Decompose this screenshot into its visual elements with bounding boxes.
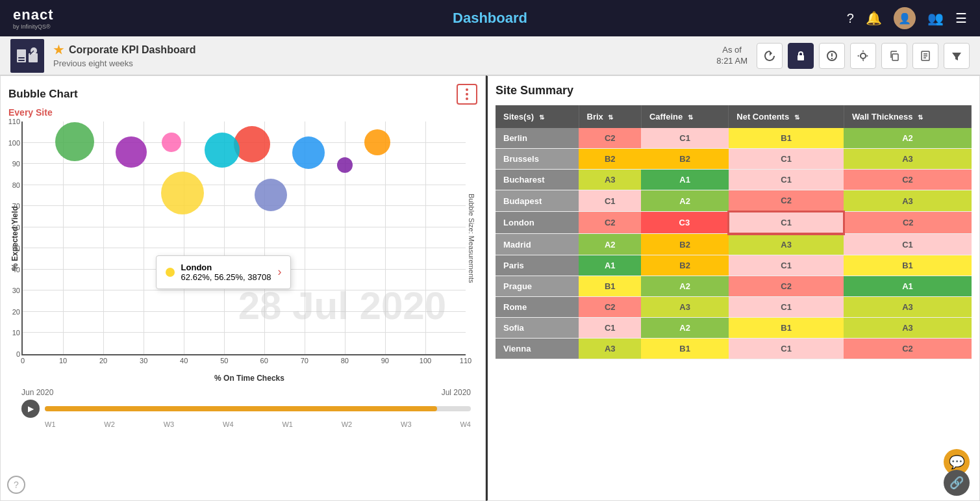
title-area: ★ Corporate KPI Dashboard Previous eight… bbox=[53, 43, 716, 68]
report-button[interactable] bbox=[912, 43, 938, 69]
caffeine-cell[interactable]: A1 bbox=[641, 170, 728, 190]
y-tick-90: 90 bbox=[12, 160, 20, 168]
bubble-tooltip[interactable]: London 62.62%, 56.25%, 38708 › bbox=[156, 255, 292, 289]
bubble-blue[interactable] bbox=[292, 136, 325, 169]
site-cell: London bbox=[496, 212, 579, 234]
caffeine-cell[interactable]: B1 bbox=[641, 339, 728, 359]
wallThickness-cell[interactable]: C2 bbox=[844, 170, 971, 190]
wallThickness-cell[interactable]: A3 bbox=[844, 318, 971, 339]
netContents-cell[interactable]: C1 bbox=[729, 149, 844, 170]
grid-v-80 bbox=[345, 122, 346, 354]
header-controls: As of 8:21 AM bbox=[716, 43, 970, 69]
netContents-cell[interactable]: C1 bbox=[729, 297, 844, 318]
help-icon[interactable]: ? bbox=[847, 11, 854, 26]
filter-button[interactable] bbox=[944, 43, 970, 69]
brix-cell[interactable]: C2 bbox=[579, 212, 641, 234]
caffeine-cell[interactable]: A2 bbox=[641, 190, 728, 212]
wallThickness-cell[interactable]: A2 bbox=[844, 128, 971, 149]
week-w2-jul: W2 bbox=[342, 420, 353, 428]
netContents-cell[interactable]: C1 bbox=[729, 339, 844, 359]
brix-cell[interactable]: A3 bbox=[579, 170, 641, 190]
avatar[interactable]: 👤 bbox=[894, 7, 916, 29]
wallThickness-cell[interactable]: A3 bbox=[844, 149, 971, 170]
caffeine-cell[interactable]: A2 bbox=[641, 276, 728, 297]
brix-cell[interactable]: B2 bbox=[579, 149, 641, 170]
netContents-cell[interactable]: C2 bbox=[729, 190, 844, 212]
table-row: RomeC2A3C1A3 bbox=[496, 297, 972, 318]
main-content: Bubble Chart Every Site % Expected Yield… bbox=[0, 75, 980, 501]
bubble-purple-small[interactable] bbox=[337, 157, 353, 173]
col-header-net-contents[interactable]: Net Contents ⇅ bbox=[729, 105, 844, 128]
brix-cell[interactable]: C2 bbox=[579, 297, 641, 318]
bubble-green-large[interactable] bbox=[55, 122, 94, 161]
svg-rect-4 bbox=[18, 60, 25, 61]
dashboard-title: ★ Corporate KPI Dashboard bbox=[53, 43, 716, 57]
x-tick-40: 40 bbox=[180, 357, 188, 365]
bubble-pink[interactable] bbox=[162, 133, 181, 152]
col-header-caffeine[interactable]: Caffeine ⇅ bbox=[641, 105, 728, 128]
alert-button[interactable] bbox=[819, 43, 845, 69]
brix-cell[interactable]: A2 bbox=[579, 234, 641, 255]
tooltip-arrow-icon[interactable]: › bbox=[277, 265, 281, 279]
notification-icon[interactable]: 🔔 bbox=[866, 10, 882, 26]
brix-cell[interactable]: C1 bbox=[579, 318, 641, 339]
caffeine-cell[interactable]: C1 bbox=[641, 128, 728, 149]
bubble-purple[interactable] bbox=[116, 136, 147, 168]
bubble-yellow-london[interactable] bbox=[161, 172, 204, 214]
wallThickness-cell[interactable]: A1 bbox=[844, 276, 971, 297]
caffeine-cell[interactable]: C3 bbox=[641, 212, 728, 234]
timeline-fill bbox=[45, 406, 437, 411]
caffeine-cell[interactable]: A3 bbox=[641, 297, 728, 318]
star-icon[interactable]: ★ bbox=[53, 43, 64, 57]
timeline-track[interactable] bbox=[45, 406, 471, 411]
brix-cell[interactable]: A1 bbox=[579, 255, 641, 276]
netContents-cell[interactable]: C1 bbox=[729, 212, 844, 234]
caffeine-cell[interactable]: A2 bbox=[641, 318, 728, 339]
lock-button[interactable] bbox=[788, 43, 814, 69]
help-button[interactable]: ? bbox=[7, 476, 25, 494]
copy-button[interactable] bbox=[881, 43, 907, 69]
brix-cell[interactable]: B1 bbox=[579, 276, 641, 297]
wallThickness-cell[interactable]: A3 bbox=[844, 297, 971, 318]
grid-h-10 bbox=[23, 332, 466, 333]
bubble-red[interactable] bbox=[234, 126, 270, 162]
x-tick-100: 100 bbox=[420, 357, 431, 365]
timeline-labels: Jun 2020 Jul 2020 bbox=[21, 388, 471, 397]
col-header-wall-thickness[interactable]: Wall Thickness ⇅ bbox=[844, 105, 971, 128]
netContents-cell[interactable]: C1 bbox=[729, 255, 844, 276]
caffeine-cell[interactable]: B2 bbox=[641, 255, 728, 276]
table-row: LondonC2C3C1C2 bbox=[496, 212, 972, 234]
netContents-cell[interactable]: C2 bbox=[729, 276, 844, 297]
brix-cell[interactable]: C2 bbox=[579, 128, 641, 149]
wallThickness-cell[interactable]: C2 bbox=[844, 212, 971, 234]
wallThickness-cell[interactable]: A3 bbox=[844, 190, 971, 212]
netContents-cell[interactable]: A3 bbox=[729, 234, 844, 255]
brix-cell[interactable]: A3 bbox=[579, 339, 641, 359]
refresh-button[interactable] bbox=[757, 43, 783, 69]
y-tick-60: 60 bbox=[12, 224, 20, 231]
users-icon[interactable]: 👥 bbox=[927, 10, 944, 26]
col-header-brix[interactable]: Brix ⇅ bbox=[579, 105, 641, 128]
link-button[interactable]: 🔗 bbox=[944, 470, 970, 496]
col-header-sites[interactable]: Sites(s) ⇅ bbox=[496, 105, 579, 128]
play-button[interactable]: ▶ bbox=[21, 400, 40, 418]
bubble-teal[interactable] bbox=[205, 133, 240, 168]
site-cell: Berlin bbox=[496, 128, 579, 149]
netContents-cell[interactable]: B1 bbox=[729, 318, 844, 339]
svg-rect-10 bbox=[892, 54, 898, 60]
bubble-orange-top[interactable] bbox=[364, 129, 390, 155]
netContents-cell[interactable]: B1 bbox=[729, 128, 844, 149]
menu-icon[interactable]: ☰ bbox=[955, 10, 967, 26]
wallThickness-cell[interactable]: C1 bbox=[844, 234, 971, 255]
wallThickness-cell[interactable]: C2 bbox=[844, 339, 971, 359]
caffeine-cell[interactable]: B2 bbox=[641, 149, 728, 170]
netContents-cell[interactable]: C1 bbox=[729, 170, 844, 190]
site-cell: Bucharest bbox=[496, 170, 579, 190]
wallThickness-cell[interactable]: B1 bbox=[844, 255, 971, 276]
settings-button[interactable] bbox=[850, 43, 876, 69]
bubble-indigo[interactable] bbox=[255, 179, 287, 211]
chart-menu-button[interactable] bbox=[457, 84, 477, 105]
x-tick-80: 80 bbox=[341, 357, 349, 365]
brix-cell[interactable]: C1 bbox=[579, 190, 641, 212]
caffeine-cell[interactable]: B2 bbox=[641, 234, 728, 255]
